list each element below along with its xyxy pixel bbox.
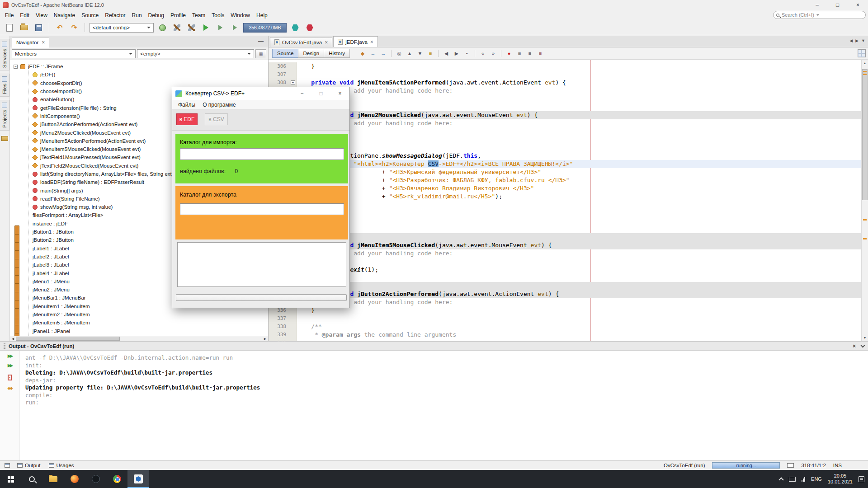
taskbar-search-button[interactable] [21, 470, 42, 488]
editor-body[interactable]: 306 }307308− private void jMenuItem5Acti… [269, 60, 868, 341]
tree-root[interactable]: −jEDF :: JFrame [10, 62, 268, 70]
scope-select[interactable]: <empty> [137, 49, 254, 58]
network-icon[interactable] [802, 477, 805, 482]
tree-item[interactable]: chooseExportDir() [10, 79, 268, 87]
find-selection-icon[interactable]: ◎ [395, 49, 404, 58]
close-button[interactable]: × [848, 0, 868, 10]
code-text[interactable]: } [297, 282, 861, 290]
notification-center-icon[interactable] [859, 476, 864, 482]
code-text[interactable] [297, 233, 861, 241]
status-tab-output[interactable]: Output [14, 462, 43, 469]
navigator-tab[interactable]: Navigator × [12, 37, 49, 47]
code-text[interactable] [297, 258, 861, 266]
editor-tab-OvCsvToEdf.java[interactable]: OvCsvToEdf.java× [270, 37, 332, 47]
code-text[interactable]: private void jMenu2MouseClicked(java.awt… [297, 111, 861, 119]
restore-button[interactable]: □ [827, 0, 848, 10]
tray-chevron-up-icon[interactable] [778, 477, 783, 482]
menu-profile[interactable]: Profile [167, 11, 189, 20]
toggle-bookmark-icon[interactable]: ▪ [462, 49, 472, 58]
scroll-right-icon[interactable]: ▶ [263, 337, 268, 341]
code-text[interactable] [297, 274, 861, 282]
tree-item[interactable]: jPanel1 : JPanel [10, 327, 268, 335]
code-text[interactable]: + "<H3>Крымский федеральный университет<… [297, 168, 861, 176]
find-next-icon[interactable]: ▼ [415, 49, 425, 58]
rerun-debug-icon[interactable]: ▶▶ [5, 363, 15, 370]
tab-list-icon[interactable]: ▼ [861, 38, 865, 43]
close-tab-icon[interactable]: × [370, 39, 373, 45]
close-icon[interactable]: × [42, 39, 45, 46]
comment-icon[interactable]: ≡ [525, 49, 534, 58]
minimize-panel-icon[interactable]: — [258, 38, 264, 44]
rail-tab-services[interactable]: Services [0, 39, 9, 70]
window-icon[interactable] [5, 463, 10, 468]
import-directory-input[interactable] [180, 148, 344, 160]
projects-folder-icon[interactable] [1, 136, 8, 141]
menu-debug[interactable]: Debug [145, 11, 167, 20]
members-select[interactable]: Members [12, 49, 136, 58]
status-tab-usages[interactable]: Usages [46, 462, 77, 469]
uncomment-icon[interactable]: ≡ [536, 49, 545, 58]
next-bookmark-icon[interactable]: ▶ [452, 49, 461, 58]
code-text[interactable]: // TODO add your handling code here: [297, 298, 861, 306]
code-text[interactable]: } [297, 62, 861, 70]
forward-icon[interactable]: → [379, 49, 388, 58]
code-text[interactable]: // TODO add your handling code here: [297, 87, 861, 95]
menu-help[interactable]: Help [253, 11, 271, 20]
code-text[interactable]: } [297, 306, 861, 314]
menu-refactor[interactable]: Refactor [102, 11, 128, 20]
code-text[interactable]: private void jButton2ActionPerformed(jav… [297, 290, 861, 298]
taskbar-netbeans-button[interactable] [127, 470, 149, 488]
debug-project-button[interactable] [214, 22, 226, 33]
stop-build-icon[interactable]: × [8, 375, 12, 380]
dialog-menu-о-программе[interactable]: О программе [199, 101, 239, 109]
scrollbar-thumb[interactable] [16, 337, 120, 341]
find-previous-icon[interactable]: ▲ [405, 49, 414, 58]
scroll-tabs-left-icon[interactable]: ◀ [849, 38, 853, 43]
quick-search-input[interactable]: Search (Ctrl+I) [773, 11, 866, 19]
display-icon[interactable] [789, 477, 796, 482]
export-directory-input[interactable] [180, 203, 344, 215]
editor-vscrollbar[interactable]: ▲ ▼ [861, 60, 868, 341]
editor-tab-jEDF.java[interactable]: jEDF.java× [333, 36, 378, 47]
last-edit-icon[interactable]: ◆ [358, 49, 367, 58]
menu-file[interactable]: File [2, 11, 17, 20]
scroll-up-icon[interactable]: ▲ [862, 60, 868, 66]
stop-profiling-button[interactable] [304, 22, 316, 33]
taskbar-start-button[interactable] [0, 470, 21, 488]
language-indicator[interactable]: ENG [811, 476, 822, 482]
code-text[interactable] [297, 70, 861, 79]
code-text[interactable]: // TODO add your handling code here: [297, 249, 861, 258]
output-header[interactable]: Output - OvCsvToEdf (run) × [0, 342, 868, 351]
filters-button[interactable]: ▦ [255, 49, 266, 58]
code-text[interactable] [297, 314, 861, 323]
code-text[interactable]: System.exit(1); [297, 266, 861, 274]
output-text[interactable]: ant -f D:\\JAVA\\OvCsvToEdf -Dnb.interna… [25, 354, 863, 407]
split-window-icon[interactable] [858, 49, 866, 57]
menu-window[interactable]: Window [227, 11, 253, 20]
memory-gauge[interactable]: 356.4/872.0MB [243, 23, 287, 33]
scroll-down-icon[interactable]: ▼ [862, 335, 868, 341]
taskbar-explorer-button[interactable] [42, 470, 64, 488]
code-text[interactable] [297, 217, 861, 225]
code-text[interactable]: private void jMenuItem5ActionPerformed(j… [297, 79, 861, 87]
view-source-button[interactable]: Source [272, 49, 298, 58]
code-text[interactable]: // TODO add your handling code here: [297, 119, 861, 127]
menu-run[interactable]: Run [129, 11, 145, 20]
start-macro-icon[interactable]: ● [505, 49, 514, 58]
to-edf-button[interactable]: в EDF [176, 113, 198, 125]
web-preview-button[interactable] [156, 22, 168, 33]
taskbar-firefox-button[interactable] [64, 470, 85, 488]
menu-edit[interactable]: Edit [17, 11, 33, 20]
scroll-tabs-right-icon[interactable]: ▶ [855, 38, 859, 43]
code-text[interactable] [297, 127, 861, 136]
taskbar-chrome-button[interactable] [106, 470, 127, 488]
drag-handle-icon[interactable] [4, 343, 5, 349]
tree-item[interactable]: jEDF() [10, 70, 268, 79]
code-text[interactable]: + "<H3>Овчаренко Владимир Викторович </H… [297, 184, 861, 192]
profile-project-button[interactable] [229, 22, 241, 33]
build-project-button[interactable] [171, 22, 183, 33]
code-text[interactable]: "<html><h2>КонверТер CSV->EDF+</h2><i>ВС… [297, 160, 861, 168]
dialog-minimize-button[interactable]: − [292, 87, 311, 100]
code-text[interactable] [297, 136, 861, 144]
code-text[interactable] [297, 201, 861, 209]
